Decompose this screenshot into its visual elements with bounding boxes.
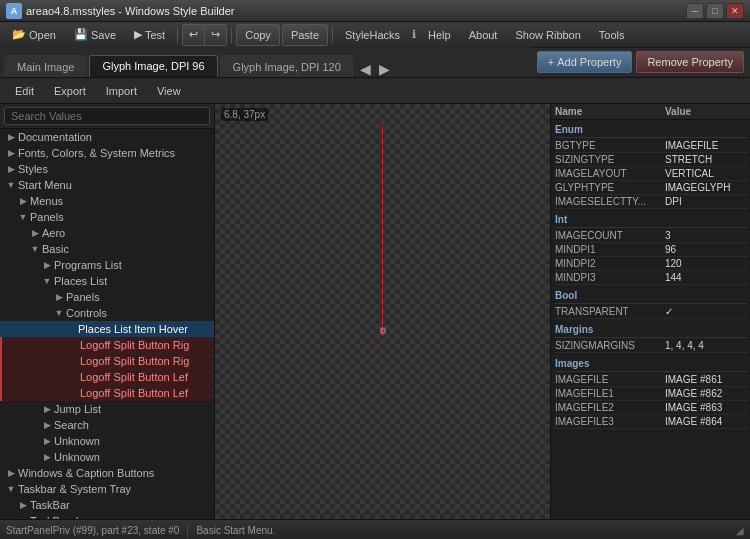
tree-item-logoff-2[interactable]: Logoff Split Button Rig	[0, 353, 214, 369]
prop-section-int: Int IMAGECOUNT 3 MINDPI1 96 MINDPI2 120 …	[551, 210, 750, 286]
section-header-int: Int	[555, 212, 746, 228]
remove-property-button[interactable]: Remove Property	[636, 51, 744, 73]
expand-icon: ▶	[4, 162, 18, 176]
toolbar2-edit[interactable]: Edit	[6, 81, 43, 101]
expand-icon: ▶	[28, 226, 42, 240]
status-divider	[187, 524, 188, 538]
minimize-button[interactable]: ─	[686, 3, 704, 19]
tree-item-controls[interactable]: ▼ Controls	[0, 305, 214, 321]
status-resize-icon: ◢	[736, 525, 744, 536]
prop-row[interactable]: IMAGELAYOUT VERTICAL	[555, 167, 746, 181]
prop-row[interactable]: TRANSPARENT ✓	[555, 305, 746, 319]
expand-icon: ▼	[28, 242, 42, 256]
paste-button[interactable]: Paste	[282, 24, 328, 46]
tree-item-windows-caption[interactable]: ▶ Windows & Caption Buttons	[0, 465, 214, 481]
prop-row[interactable]: MINDPI2 120	[555, 257, 746, 271]
tree-item-search[interactable]: ▶ Search	[0, 417, 214, 433]
prop-row[interactable]: IMAGEFILE2 IMAGE #863	[555, 401, 746, 415]
tree-item-logoff-4[interactable]: Logoff Split Button Lef	[0, 385, 214, 401]
section-header-margins: Margins	[555, 322, 746, 338]
window-title: areao4.8.msstyles - Windows Style Builde…	[26, 5, 686, 17]
expand-icon: ▼	[40, 274, 54, 288]
prop-row[interactable]: MINDPI1 96	[555, 243, 746, 257]
tree-item-documentation[interactable]: ▶ Documentation	[0, 129, 214, 145]
tree-item-places-list[interactable]: ▼ Places List	[0, 273, 214, 289]
section-header-bool: Bool	[555, 288, 746, 304]
tab-glyph-dpi96[interactable]: Glyph Image, DPI 96	[89, 55, 217, 77]
menu-help[interactable]: Help	[420, 25, 459, 45]
prop-row[interactable]: BGTYPE IMAGEFILE	[555, 139, 746, 153]
undo-button[interactable]: ↩	[182, 24, 205, 46]
tree-item-programs-list[interactable]: ▶ Programs List	[0, 257, 214, 273]
property-header: Name Value	[551, 104, 750, 120]
expand-icon: ▶	[16, 498, 30, 512]
menu-about[interactable]: About	[461, 25, 506, 45]
maximize-button[interactable]: □	[706, 3, 724, 19]
menu-save[interactable]: 💾 Save	[66, 25, 124, 45]
expand-icon: ▼	[16, 210, 30, 224]
app-icon: A	[6, 3, 22, 19]
menu-tools[interactable]: Tools	[591, 25, 633, 45]
tab-scroll-right[interactable]: ▶	[375, 61, 394, 77]
prop-section-bool: Bool TRANSPARENT ✓	[551, 286, 750, 320]
tree-item-unknown-1[interactable]: ▶ Unknown	[0, 433, 214, 449]
tree-item-unknown-2[interactable]: ▶ Unknown	[0, 449, 214, 465]
prop-row[interactable]: IMAGEFILE1 IMAGE #862	[555, 387, 746, 401]
copy-paste-group: Copy Paste	[236, 24, 328, 46]
close-button[interactable]: ✕	[726, 3, 744, 19]
tree-item-taskband[interactable]: ▼ TaskBand	[0, 513, 214, 519]
expand-icon: ▼	[52, 306, 66, 320]
section-header-enum: Enum	[555, 122, 746, 138]
tree-item-menus[interactable]: ▶ Menus	[0, 193, 214, 209]
tree-item-aero-1[interactable]: ▶ Aero	[0, 225, 214, 241]
expand-icon: ▶	[40, 402, 54, 416]
tree-item-styles[interactable]: ▶ Styles	[0, 161, 214, 177]
tree-item-fonts[interactable]: ▶ Fonts, Colors, & System Metrics	[0, 145, 214, 161]
expand-icon: ▶	[52, 290, 66, 304]
prop-row[interactable]: IMAGEFILE3 IMAGE #864	[555, 415, 746, 429]
tab-scroll-left[interactable]: ◀	[356, 61, 375, 77]
copy-button[interactable]: Copy	[236, 24, 280, 46]
menu-bar: 📂 Open 💾 Save ▶ Test ↩ ↪ Copy Paste Styl…	[0, 22, 750, 48]
tree-item-places-list-item-hover[interactable]: Places List Item Hover	[0, 321, 214, 337]
toolbar2-export[interactable]: Export	[45, 81, 95, 101]
add-property-button[interactable]: + Add Property	[537, 51, 633, 73]
tree-item-basic-1[interactable]: ▼ Basic	[0, 241, 214, 257]
prop-row[interactable]: GLYPHTYPE IMAGEGLYPH	[555, 181, 746, 195]
expand-icon: ▼	[4, 482, 18, 496]
section-header-images: Images	[555, 356, 746, 372]
tree-item-startmenu[interactable]: ▼ Start Menu	[0, 177, 214, 193]
tree-item-panels-1[interactable]: ▼ Panels	[0, 209, 214, 225]
prop-row[interactable]: MINDPI3 144	[555, 271, 746, 285]
redo-button[interactable]: ↪	[205, 24, 227, 46]
expand-icon: ▼	[4, 178, 18, 192]
toolbar2-import[interactable]: Import	[97, 81, 146, 101]
tree-item-jump-list[interactable]: ▶ Jump List	[0, 401, 214, 417]
search-input[interactable]	[4, 107, 210, 125]
expand-icon: ▶	[4, 130, 18, 144]
menu-open[interactable]: 📂 Open	[4, 25, 64, 45]
tree-item-panels-2[interactable]: ▶ Panels	[0, 289, 214, 305]
prop-row[interactable]: IMAGEFILE IMAGE #861	[555, 373, 746, 387]
tree-item-logoff-1[interactable]: Logoff Split Button Rig	[0, 337, 214, 353]
expand-icon	[66, 354, 80, 368]
tab-glyph-dpi120[interactable]: Glyph Image, DPI 120	[220, 55, 354, 77]
menu-stylehacks[interactable]: StyleHacks	[337, 25, 408, 45]
help-icon: ℹ	[410, 28, 418, 41]
prop-row[interactable]: IMAGECOUNT 3	[555, 229, 746, 243]
tab-main-image[interactable]: Main Image	[4, 55, 87, 77]
toolbar2-view[interactable]: View	[148, 81, 190, 101]
tree-item-taskbar[interactable]: ▼ Taskbar & System Tray	[0, 481, 214, 497]
prop-row[interactable]: SIZINGTYPE STRETCH	[555, 153, 746, 167]
canvas-area: 6.8, 37px	[215, 104, 550, 519]
expand-icon	[66, 370, 80, 384]
window-controls: ─ □ ✕	[686, 3, 744, 19]
menu-showribbon[interactable]: Show Ribbon	[507, 25, 588, 45]
status-left: StartPanelPriv (#99), part #23, state #0	[6, 525, 179, 536]
tree-item-logoff-3[interactable]: Logoff Split Button Lef	[0, 369, 214, 385]
prop-row[interactable]: IMAGESELECTTY... DPI	[555, 195, 746, 209]
menu-test[interactable]: ▶ Test	[126, 25, 173, 45]
prop-section-images: Images IMAGEFILE IMAGE #861 IMAGEFILE1 I…	[551, 354, 750, 430]
tree-item-taskbar-bar[interactable]: ▶ TaskBar	[0, 497, 214, 513]
prop-row[interactable]: SIZINGMARGINS 1, 4, 4, 4	[555, 339, 746, 353]
